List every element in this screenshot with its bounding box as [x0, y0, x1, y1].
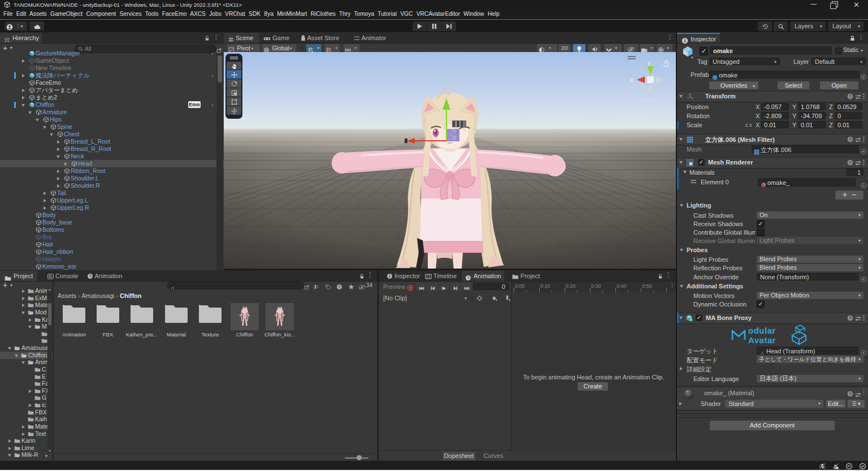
- svg-text:?: ?: [849, 316, 852, 321]
- svg-text:Avatar: Avatar: [748, 335, 776, 345]
- svg-text:y: y: [648, 60, 650, 66]
- svg-text:?: ?: [849, 160, 852, 165]
- svg-text:?: ?: [849, 137, 852, 142]
- svg-text:❮ Persp: ❮ Persp: [640, 97, 659, 104]
- svg-text:?: ?: [849, 391, 852, 396]
- svg-text:odular: odular: [748, 326, 776, 335]
- svg-text:?: ?: [849, 94, 852, 99]
- svg-text:x: x: [630, 77, 633, 83]
